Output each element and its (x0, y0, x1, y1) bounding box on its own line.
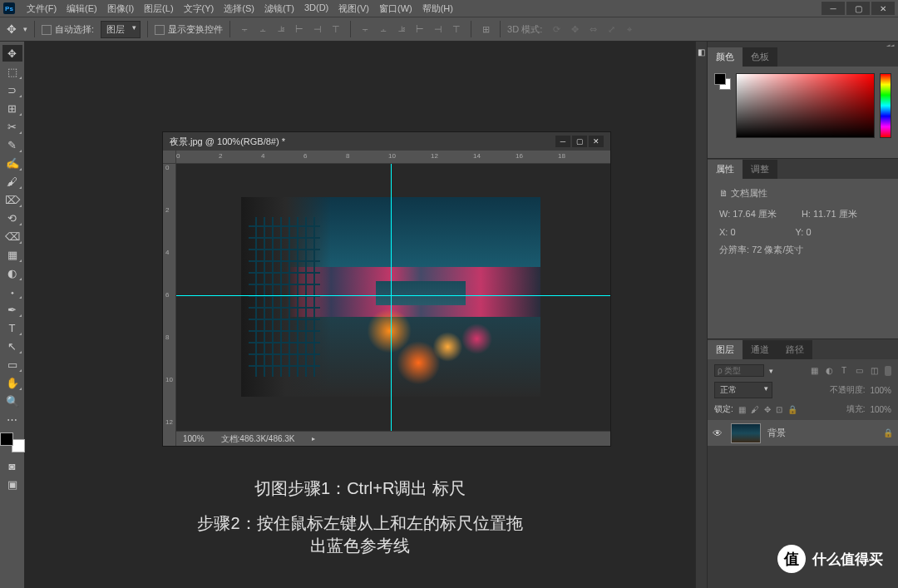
swatches-tab[interactable]: 色板 (743, 47, 777, 67)
lock-all-icon[interactable]: 🔒 (787, 405, 797, 414)
dist-vcenter-icon[interactable]: ⫠ (376, 22, 391, 37)
filter-smart-icon[interactable]: ◫ (868, 365, 880, 377)
gradient-tool[interactable]: ▦ (2, 246, 22, 263)
rectangle-tool[interactable]: ▭ (2, 356, 22, 373)
color-tab[interactable]: 颜色 (708, 47, 743, 67)
adjustments-tab[interactable]: 调整 (743, 160, 777, 179)
quick-mask-icon[interactable]: ◙ (2, 457, 22, 474)
show-transform-checkbox[interactable]: 显示变换控件 (155, 23, 223, 36)
history-brush-tool[interactable]: ⟲ (2, 210, 22, 226)
layer-dropdown[interactable]: 图层 (101, 21, 141, 38)
menu-图层[interactable]: 图层(L) (139, 2, 178, 15)
marquee-tool[interactable]: ⬚ (2, 63, 22, 80)
zoom-level[interactable]: 100% (183, 434, 205, 443)
lock-artboard-icon[interactable]: ⊡ (776, 405, 782, 414)
edit-toolbar[interactable]: ⋯ (2, 411, 22, 427)
layers-tab[interactable]: 图层 (708, 340, 743, 359)
menu-窗口[interactable]: 窗口(W) (374, 2, 417, 15)
visibility-icon[interactable]: 👁 (713, 427, 724, 439)
auto-align-icon[interactable]: ⊞ (478, 22, 493, 37)
file-info[interactable]: 文档:486.3K/486.3K (221, 433, 295, 445)
menu-滤镜[interactable]: 滤镜(T) (259, 2, 299, 15)
zoom-tool[interactable]: 🔍 (2, 393, 22, 409)
align-left-icon[interactable]: ⊢ (292, 22, 307, 37)
layer-filter-input[interactable] (714, 364, 764, 377)
menu-选择[interactable]: 选择(S) (219, 2, 259, 15)
dist-top-icon[interactable]: ⫟ (358, 22, 373, 37)
stamp-tool[interactable]: ⌦ (2, 191, 22, 208)
lasso-tool[interactable]: ⊃ (2, 82, 22, 98)
auto-select-checkbox[interactable]: 自动选择: (42, 23, 94, 36)
dist-left-icon[interactable]: ⊢ (412, 22, 427, 37)
filter-dropdown-icon[interactable]: ▾ (769, 367, 773, 375)
ruler-corner[interactable] (163, 151, 176, 164)
menu-图像[interactable]: 图像(I) (102, 2, 139, 15)
lock-transparency-icon[interactable]: ▦ (738, 405, 746, 414)
doc-maximize-button[interactable]: ▢ (572, 136, 587, 147)
dodge-tool[interactable]: ⬩ (2, 283, 22, 299)
channels-tab[interactable]: 通道 (743, 340, 777, 359)
collapsed-panel-strip[interactable]: ◧ (695, 42, 707, 588)
eraser-tool[interactable]: ⌫ (2, 228, 22, 245)
maximize-button[interactable]: ▢ (846, 2, 870, 15)
status-arrow-icon[interactable]: ▸ (312, 435, 315, 442)
vertical-guide[interactable] (391, 164, 392, 431)
fg-bg-swatch[interactable] (714, 73, 731, 90)
layer-item-background[interactable]: 👁 背景 🔒 (708, 420, 898, 447)
layer-name[interactable]: 背景 (767, 427, 786, 439)
pen-tool[interactable]: ✒ (2, 301, 22, 318)
menu-视图[interactable]: 视图(V) (333, 2, 374, 15)
menu-帮助[interactable]: 帮助(H) (417, 2, 458, 15)
align-vcenter-icon[interactable]: ⫠ (255, 22, 270, 37)
dist-bottom-icon[interactable]: ⫡ (394, 22, 409, 37)
filter-adjust-icon[interactable]: ◐ (823, 365, 835, 377)
color-field[interactable] (736, 73, 875, 138)
screen-mode-icon[interactable]: ▣ (2, 476, 22, 492)
filter-type-icon[interactable]: T (838, 365, 850, 377)
hand-tool[interactable]: ✋ (2, 374, 22, 391)
filter-toggle[interactable] (885, 366, 891, 376)
quick-select-tool[interactable]: ⊞ (2, 100, 22, 116)
menu-文件[interactable]: 文件(F) (22, 2, 62, 15)
minimize-button[interactable]: ─ (822, 2, 845, 15)
fg-bg-color-swatch[interactable] (0, 432, 25, 452)
paths-tab[interactable]: 路径 (777, 340, 812, 359)
blur-tool[interactable]: ◐ (2, 264, 22, 281)
close-button[interactable]: ✕ (871, 2, 895, 15)
canvas[interactable] (176, 164, 610, 431)
eyedropper-tool[interactable]: ✎ (2, 136, 22, 153)
filter-shape-icon[interactable]: ▭ (853, 365, 865, 377)
dist-right-icon[interactable]: ⊤ (449, 22, 464, 37)
horizontal-guide[interactable] (176, 295, 610, 296)
horizontal-ruler[interactable]: 024681012141618 (176, 151, 610, 164)
canvas-area[interactable]: 夜景.jpg @ 100%(RGB/8#) * ─ ▢ ✕ 0246810121… (25, 42, 695, 588)
type-tool[interactable]: T (2, 319, 22, 336)
move-tool[interactable]: ✥ (2, 45, 22, 62)
dropdown-arrow-icon[interactable]: ▾ (23, 25, 27, 33)
align-hcenter-icon[interactable]: ⊣ (310, 22, 325, 37)
crop-tool[interactable]: ✂ (2, 118, 22, 135)
doc-close-button[interactable]: ✕ (589, 136, 604, 147)
filter-pixel-icon[interactable]: ▦ (808, 365, 820, 377)
lock-position-icon[interactable]: ✥ (764, 405, 771, 414)
dist-hcenter-icon[interactable]: ⊣ (431, 22, 446, 37)
lock-icon[interactable]: 🔒 (883, 428, 893, 437)
menu-编辑[interactable]: 编辑(E) (62, 2, 102, 15)
collapse-icon[interactable]: ◧ (696, 42, 707, 62)
align-bottom-icon[interactable]: ⫡ (274, 22, 289, 37)
fill-value[interactable]: 100% (870, 405, 891, 414)
layer-thumbnail[interactable] (731, 423, 761, 443)
align-top-icon[interactable]: ⫟ (237, 22, 252, 37)
hue-slider[interactable] (880, 73, 891, 138)
align-right-icon[interactable]: ⊤ (328, 22, 343, 37)
healing-tool[interactable]: ✍ (2, 155, 22, 171)
path-select-tool[interactable]: ↖ (2, 338, 22, 354)
doc-minimize-button[interactable]: ─ (555, 136, 570, 147)
vertical-ruler[interactable]: 024681012 (163, 164, 176, 446)
opacity-value[interactable]: 100% (870, 386, 891, 395)
brush-tool[interactable]: 🖌 (2, 173, 22, 190)
document-titlebar[interactable]: 夜景.jpg @ 100%(RGB/8#) * ─ ▢ ✕ (163, 132, 610, 151)
menu-文字[interactable]: 文字(Y) (179, 2, 220, 15)
blend-mode-dropdown[interactable]: 正常 (714, 382, 772, 398)
properties-tab[interactable]: 属性 (708, 160, 743, 179)
